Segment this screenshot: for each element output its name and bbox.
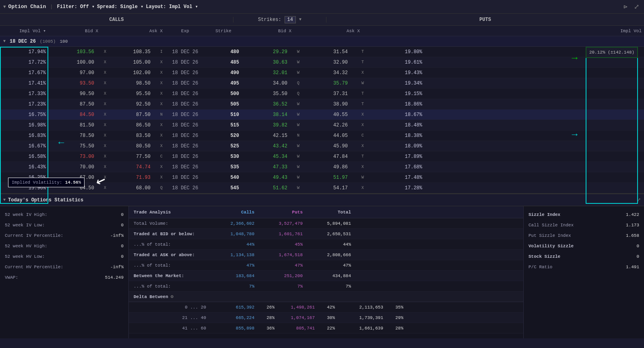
delta-puts-pct: 30% xyxy=(318,315,338,320)
ask-p: 49.86 xyxy=(302,164,350,170)
bid-p: 36.52 xyxy=(242,102,290,107)
col-header-exp[interactable]: Exp xyxy=(165,29,205,33)
strike: 505 xyxy=(205,102,242,107)
bid-x-c: X xyxy=(97,186,109,190)
column-headers: Impl Vol ▾ Bid X Ask X Exp Strike Bid X … xyxy=(0,26,644,36)
col-header-ask-calls[interactable]: Ask X xyxy=(101,29,165,33)
chain-row[interactable]: 17.72% 100.00 X 105.00 X 18 DEC 26 485 3… xyxy=(0,57,644,68)
exp: 18 DEC 26 xyxy=(165,112,205,118)
chain-row[interactable]: 16.25% 67.00 X 71.93 X 18 DEC 26 540 49.… xyxy=(0,172,644,183)
ask-p: 31.54 xyxy=(302,49,350,55)
impl-vol-c: 15.96% xyxy=(0,185,48,191)
col-header-impl-vol-puts[interactable]: Impl Vol xyxy=(362,29,644,33)
chain-row[interactable]: 16.75% 84.50 X 87.50 N 18 DEC 26 510 38.… xyxy=(0,110,644,120)
delta-rows: 0 ... 20 615,392 26% 1,498,261 42% 2,113… xyxy=(129,302,523,334)
calls-header: CALLS xyxy=(0,17,233,23)
ask-c: 68.00 xyxy=(109,185,153,191)
exp: 18 DEC 26 xyxy=(165,122,205,128)
chain-row[interactable]: 16.43% 70.00 X 74.74 X 18 DEC 26 535 47.… xyxy=(0,162,644,172)
stats-row-label: ...% of total: xyxy=(129,284,209,289)
impl-vol-c: 17.33% xyxy=(0,91,48,97)
settings-icon[interactable]: ⊳ xyxy=(622,2,629,12)
spread-control[interactable]: Spread: Single ▾ xyxy=(97,4,143,10)
ask-x-c: X xyxy=(153,81,165,85)
ask-x-p: T xyxy=(350,91,366,96)
expiry-date: 18 DEC 26 xyxy=(10,39,36,44)
stats-expand-icon[interactable]: ⤢ xyxy=(637,197,641,203)
stats-row-label: ...% of total: xyxy=(129,242,209,247)
ask-x-p: X xyxy=(350,186,366,190)
chain-row[interactable]: 16.98% 81.50 X 86.50 X 18 DEC 26 515 39.… xyxy=(0,120,644,130)
chain-row[interactable]: 16.67% 75.50 X 80.50 X 18 DEC 26 525 43.… xyxy=(0,141,644,151)
expiry-toggle[interactable]: ▼ xyxy=(3,39,6,44)
stats-calls: 7% xyxy=(209,284,258,289)
delta-calls: 615,392 xyxy=(209,305,258,310)
expiry-row[interactable]: ▼ 18 DEC 26 (1005) 100 xyxy=(0,36,644,47)
delta-calls: 855,898 xyxy=(209,326,258,331)
bid-x-c: X xyxy=(97,133,109,138)
impl-vol-p: 17.48% xyxy=(366,175,425,180)
stats-total: 47% xyxy=(306,263,354,268)
delta-total: 1,661,639 xyxy=(338,326,386,331)
stats-calls: 1,048,780 xyxy=(209,232,258,236)
col-header-strike[interactable]: Strike xyxy=(205,29,242,33)
stats-puts: 1,601,761 xyxy=(258,232,306,236)
chain-row[interactable]: 15.96% 64.50 X 68.00 Q 18 DEC 26 545 51.… xyxy=(0,183,644,193)
stats-puts: 47% xyxy=(258,263,306,268)
impl-vol-p: 19.15% xyxy=(366,91,425,97)
chain-row[interactable]: 17.41% 93.50 X 98.50 X 18 DEC 26 495 34.… xyxy=(0,78,644,89)
strike: 515 xyxy=(205,122,242,128)
ask-c: 92.50 xyxy=(109,102,153,107)
strike: 530 xyxy=(205,154,242,160)
chain-row[interactable]: 16.83% 78.50 X 83.50 X 18 DEC 26 520 42.… xyxy=(0,130,644,141)
chain-row[interactable]: 17.67% 97.00 X 102.00 X 18 DEC 26 490 32… xyxy=(0,68,644,78)
bid-x-p: W xyxy=(290,186,302,190)
impl-vol-c: 16.43% xyxy=(0,164,48,170)
filter-control[interactable]: Filter: Off ▾ xyxy=(57,4,95,10)
gear-icon[interactable]: ⚙ xyxy=(171,294,173,300)
col-header-impl-vol-calls[interactable]: Impl Vol ▾ xyxy=(0,28,48,33)
exp: 18 DEC 26 xyxy=(165,70,205,76)
dropdown-arrow[interactable]: ▼ xyxy=(3,4,6,9)
chain-row[interactable]: 16.58% 73.00 X 77.50 C 18 DEC 26 530 45.… xyxy=(0,151,644,162)
bid-p: 34.00 xyxy=(242,81,290,86)
stats-section: ▼ Today's Options Statistics ⤢ 52 week I… xyxy=(0,193,644,338)
impl-vol-c: 16.75% xyxy=(0,112,48,118)
col-header-ask-puts[interactable]: Ask X xyxy=(294,29,362,33)
strikes-value[interactable]: 14 xyxy=(285,16,296,23)
ask-x-c: X xyxy=(153,60,165,64)
bid-x-c: X xyxy=(97,154,109,159)
stats-row-label: Traded at BID or below: xyxy=(129,232,209,236)
bid-c: 73.00 xyxy=(48,154,97,160)
bid-p: 35.50 xyxy=(242,91,290,97)
chain-row[interactable]: 17.33% 90.50 X 95.50 X 18 DEC 26 500 35.… xyxy=(0,89,644,99)
delta-puts: 805,741 xyxy=(278,326,318,331)
col-header-bid-puts[interactable]: Bid X xyxy=(242,29,294,33)
chain-row[interactable]: 17.23% 87.50 X 92.50 X 18 DEC 26 505 36.… xyxy=(0,99,644,110)
ask-c: 87.50 xyxy=(109,112,153,118)
expiry-num: 100 xyxy=(60,39,68,44)
ask-x-p: T xyxy=(350,154,366,159)
exp: 18 DEC 26 xyxy=(165,60,205,65)
expand-icon[interactable]: ⤢ xyxy=(632,2,641,12)
delta-calls: 665,224 xyxy=(209,315,258,320)
ask-x-c: X xyxy=(153,133,165,138)
chain-row[interactable]: 17.94% 103.56 X 108.35 I 18 DEC 26 480 2… xyxy=(0,47,644,57)
col-header-bid-calls[interactable]: Bid X xyxy=(48,29,101,33)
ask-x-p: W xyxy=(350,81,366,85)
bid-x-c: X xyxy=(97,175,109,180)
bid-p: 45.34 xyxy=(242,154,290,160)
stats-toggle[interactable]: ▼ xyxy=(3,198,6,202)
strikes-header: Strikes: 14 ▼ xyxy=(233,16,326,23)
delta-range: 21 ... 40 xyxy=(129,315,209,320)
bid-c: 75.50 xyxy=(48,143,97,149)
bid-x-c: X xyxy=(97,123,109,127)
bid-x-p: W xyxy=(290,123,302,127)
exp: 18 DEC 26 xyxy=(165,81,205,86)
stats-rows: Total Volume: 2,366,602 3,527,479 5,894,… xyxy=(129,218,523,292)
bid-x-c: X xyxy=(97,144,109,148)
impl-vol-p: 17.28% xyxy=(366,185,425,191)
delta-row: 21 ... 40 665,224 28% 1,074,167 30% 1,73… xyxy=(129,313,523,323)
ask-x-c: X xyxy=(153,102,165,106)
layout-control[interactable]: Layout: Impl Vol ▾ xyxy=(146,4,198,10)
